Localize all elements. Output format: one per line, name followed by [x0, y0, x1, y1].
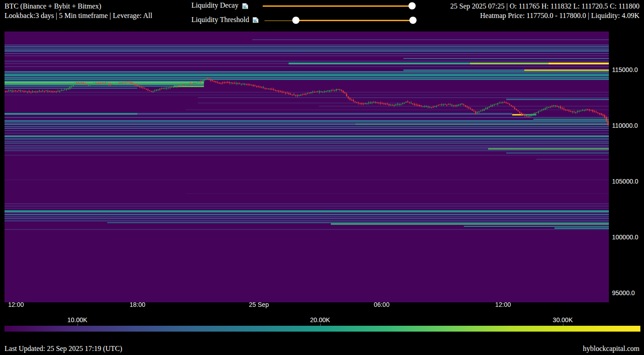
liquidity-decay-label: Liquidity Decay [191, 1, 238, 9]
colorbar-tick-label: 20.00K [310, 316, 330, 324]
broken-image-icon [242, 3, 249, 9]
heatmap-price-readout: Heatmap Price: 117750.0 - 117800.0 | Liq… [450, 11, 639, 20]
colorbar-tick-label: 30.00K [553, 316, 572, 324]
price-tick-label: 95000.0 [612, 289, 635, 297]
colorbar-tick-mark [320, 324, 321, 326]
threshold-slider-track-dim[interactable] [264, 20, 296, 21]
colorbar-tick-mark [563, 324, 563, 326]
price-tick-label: 110000.0 [612, 122, 638, 129]
threshold-slider-handle-high[interactable] [409, 17, 417, 24]
time-tick-label: 18:00 [130, 301, 145, 308]
liquidity-colorbar [5, 326, 640, 332]
colorbar-tick-label: 10.00K [67, 316, 87, 324]
colorbar-tick-mark [77, 324, 78, 326]
threshold-slider-track-active[interactable] [296, 20, 413, 21]
decay-slider-handle[interactable] [408, 2, 416, 9]
liquidation-heatmap-app: BTC (Binance + Bybit + Bitmex) Lookback:… [0, 0, 644, 355]
page-subtitle: Lookback:3 days | 5 Min timeframe | Leve… [5, 11, 152, 20]
price-tick-label: 100000.0 [612, 234, 638, 241]
time-tick-label: 25 Sep [249, 301, 269, 308]
decay-slider-track[interactable] [263, 5, 412, 7]
ohlc-readout: 25 Sep 2025 07:25 | O: 111765 H: 111832 … [450, 1, 639, 11]
site-watermark: hyblockcapital.com [583, 345, 639, 353]
price-tick-label: 115000.0 [612, 66, 638, 73]
page-title: BTC (Binance + Bybit + Bitmex) [5, 1, 152, 11]
liquidation-heatmap-canvas[interactable] [5, 31, 609, 302]
time-tick-label: 12:00 [495, 301, 511, 308]
time-tick-label: 06:00 [374, 301, 390, 308]
broken-image-icon [252, 17, 259, 23]
liquidity-threshold-slider[interactable] [264, 17, 413, 24]
last-updated-text: Last Updated: 25 Sep 2025 17:19 (UTC) [5, 345, 122, 353]
threshold-slider-handle-low[interactable] [292, 17, 299, 24]
header-left: BTC (Binance + Bybit + Bitmex) Lookback:… [5, 1, 152, 20]
time-tick-label: 12:00 [8, 301, 24, 308]
liquidity-decay-slider[interactable] [263, 2, 412, 10]
header-right: 25 Sep 2025 07:25 | O: 111765 H: 111832 … [450, 1, 639, 20]
price-tick-label: 105000.0 [612, 178, 638, 185]
liquidity-threshold-label: Liquidity Threshold [191, 16, 249, 24]
